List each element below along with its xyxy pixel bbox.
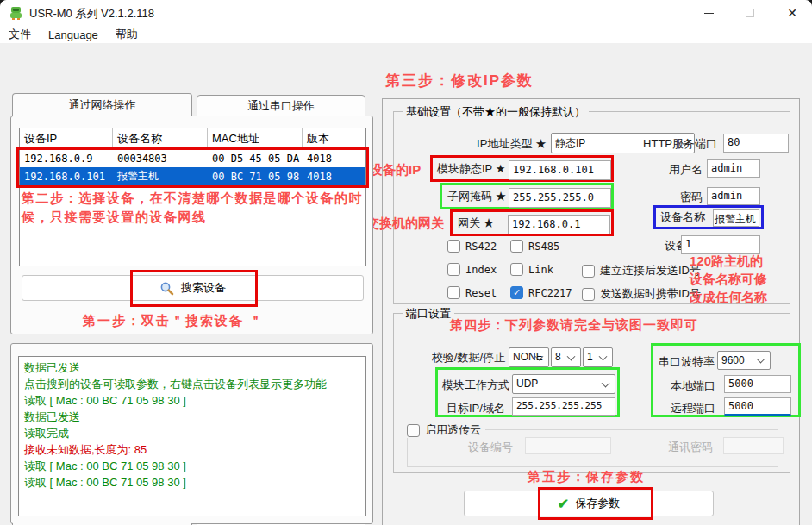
log-line: 读取 [ Mac : 00 BC 71 05 98 30 ] [24, 474, 360, 491]
username-label: 用户名 [634, 162, 703, 178]
highlight-box-serial-params: 串口波特率 9600 本地端口 5000 远程端口 5000 [651, 343, 801, 417]
chevron-down-icon [757, 355, 765, 364]
stopbits-select[interactable]: 1 [583, 347, 613, 367]
app-window: USR-M0 系列 V2.1.2.118 ✕ 文件 Language 帮助 通过… [0, 0, 812, 525]
log-line: 数据已发送 [24, 409, 360, 425]
annotation-device-ip: 设备的IP [370, 162, 421, 178]
highlight-box-gateway: 网关 ★ 192.168.0.1 [450, 209, 614, 236]
annotation-step2: 第二步：选择设备，在不清楚哪个数据是哪个设备的时候，只接需要设置的设备网线 [22, 189, 370, 227]
cell-mac: 00 BC 71 05 98 30 [208, 171, 303, 183]
target-ip-label: 目标IP/域名 [447, 401, 505, 416]
cell-name: 报警主机 [113, 169, 208, 184]
log-line: 接收未知数据,长度为: 85 [24, 441, 360, 458]
checkbox-icon [510, 240, 523, 253]
app-icon [9, 6, 23, 21]
cloud-password-input[interactable] [723, 437, 784, 454]
col-header-mac[interactable]: MAC地址 [208, 128, 303, 148]
cloud-password-label: 通讯密码 [668, 440, 713, 455]
checkbox-icon [582, 288, 595, 301]
menu-bar: 文件 Language 帮助 [0, 26, 812, 43]
checkbox-icon [447, 263, 460, 276]
annotation-step5: 第五步：保存参数 [528, 469, 645, 485]
window-title: USR-M0 系列 V2.1.2.118 [29, 6, 154, 22]
subnet-mask-label: 子网掩码 ★ [447, 189, 507, 204]
annotation-device-name-note: 120路主机的 设备名称可修 改成任何名称 [690, 252, 767, 306]
target-ip-input[interactable]: 255.255.255.255 [512, 397, 615, 416]
table-row[interactable]: 192.168.0.9 00034803 00 D5 45 05 DA D0 4… [20, 149, 365, 167]
ip-type-label: IP地址类型 ★ [428, 136, 547, 152]
checkbox-icon [510, 263, 523, 276]
chevron-down-icon [599, 352, 608, 360]
port-settings-group: 端口设置 第四步：下列参数请完全与该图一致即可 校验/数据/停止 NONE 8 … [393, 313, 790, 473]
minimize-button[interactable] [689, 0, 728, 26]
checkbox-icon [582, 265, 595, 278]
cell-name: 00034803 [113, 153, 208, 165]
tab-network-operation[interactable]: 通过网络操作 [12, 93, 192, 116]
menu-file[interactable]: 文件 [0, 27, 40, 42]
remote-port-input[interactable]: 5000 [724, 397, 791, 416]
highlight-box-device-name: 设备名称 报警主机 [653, 205, 764, 229]
cell-ip: 192.168.0.9 [20, 153, 113, 165]
checkbox-link[interactable]: Link [510, 263, 553, 276]
checkbox-send-id-with-data[interactable]: 发送数据时携带ID号 [582, 286, 701, 302]
menu-language[interactable]: Language [40, 28, 107, 41]
maximize-icon [746, 9, 754, 17]
local-port-label: 本地端口 [671, 378, 715, 394]
static-ip-input[interactable]: 192.168.0.101 [509, 160, 611, 180]
password-input[interactable]: admin [707, 187, 760, 205]
checkbox-index[interactable]: Index [447, 263, 497, 276]
databits-select[interactable]: 8 [551, 347, 581, 367]
checkbox-reset[interactable]: Reset [447, 286, 497, 299]
annotation-step1: 第一步：双击＂搜索设备 ＂ [22, 313, 325, 329]
operation-log[interactable]: 数据已发送 点击搜到的设备可读取参数，右键点击设备列表显示更多功能 读取 [ M… [18, 356, 366, 516]
log-line: 读取 [ Mac : 00 BC 71 05 98 30 ] [24, 392, 360, 409]
port-settings-legend: 端口设置 [403, 306, 454, 322]
static-ip-label: 模块静态IP ★ [437, 161, 505, 177]
baud-rate-select[interactable]: 9600 [717, 351, 771, 370]
checkbox-icon [447, 240, 460, 253]
cell-ip: 192.168.0.101 [20, 171, 113, 183]
username-input[interactable]: admin [707, 159, 760, 178]
col-header-version[interactable]: 版本 [303, 128, 340, 148]
table-row-selected[interactable]: 192.168.0.101 报警主机 00 BC 71 05 98 30 401… [20, 167, 365, 185]
parity-select[interactable]: NONE [509, 347, 549, 367]
checkbox-icon [447, 286, 460, 299]
work-mode-select[interactable]: UDP [512, 374, 615, 394]
checkbox-rs422[interactable]: RS422 [447, 240, 497, 253]
search-device-button[interactable]: 搜索设备 [22, 275, 364, 301]
ip-type-value: 静态IP [555, 137, 585, 149]
gateway-input[interactable]: 192.168.0.1 [508, 215, 610, 234]
checkbox-icon [407, 424, 420, 437]
basic-settings-group: 基础设置（不带★的一般保持默认） IP地址类型 ★ 静态IP HTTP服务端口 … [393, 111, 790, 304]
settings-panel: 基础设置（不带★的一般保持默认） IP地址类型 ★ 静态IP HTTP服务端口 … [382, 98, 800, 525]
menu-help[interactable]: 帮助 [107, 27, 147, 42]
baud-rate-label: 串口波特率 [659, 354, 715, 370]
cloud-device-no-input[interactable] [525, 437, 611, 454]
close-button[interactable]: ✕ [772, 0, 812, 26]
gateway-label: 网关 ★ [458, 216, 495, 231]
device-name-input[interactable]: 报警主机 [713, 209, 759, 227]
http-port-input[interactable]: 80 [723, 134, 789, 153]
checkbox-rfc2217[interactable]: ✓RFC2217 [510, 286, 572, 299]
local-port-input[interactable]: 5000 [724, 375, 791, 393]
col-header-ip[interactable]: 设备IP [20, 128, 113, 148]
annotation-gateway: 交换机的网关 [366, 216, 444, 232]
checkbox-send-id-on-connect[interactable]: 建立连接后发送ID号 [582, 263, 701, 278]
close-icon: ✕ [787, 6, 797, 20]
save-params-button[interactable]: ✔ 保存参数 [464, 491, 714, 516]
annotation-step4: 第四步：下列参数请完全与该图一致即可 [450, 317, 698, 334]
check-icon: ✔ [558, 496, 569, 512]
save-button-label: 保存参数 [575, 496, 620, 511]
tab-serial-operation[interactable]: 通过串口操作 [197, 95, 365, 116]
annotation-step3: 第三步：修改IP参数 [385, 71, 534, 91]
client-area: 通过网络操作 通过串口操作 设备IP 设备名称 MAC地址 版本 192.168… [0, 43, 812, 525]
maximize-button[interactable] [730, 0, 770, 26]
minimize-icon [704, 13, 714, 14]
table-header: 设备IP 设备名称 MAC地址 版本 [20, 128, 365, 149]
checkbox-enable-cloud[interactable]: 启用透传云 [407, 422, 485, 438]
checkbox-rs485[interactable]: RS485 [510, 240, 559, 253]
col-header-name[interactable]: 设备名称 [113, 128, 208, 148]
subnet-mask-input[interactable]: 255.255.255.0 [509, 188, 611, 208]
log-line: 读取 [ Mac : 00 BC 71 05 98 30 ] [24, 458, 360, 474]
password-label: 密码 [634, 190, 703, 205]
